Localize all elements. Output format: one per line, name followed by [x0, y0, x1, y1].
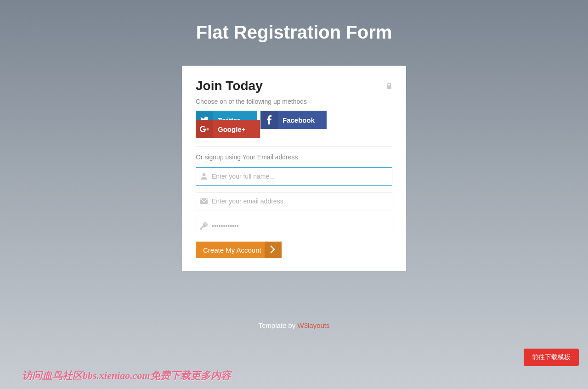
key-icon — [196, 222, 212, 230]
lock-icon — [386, 82, 392, 90]
password-field-wrap — [196, 217, 392, 235]
create-account-button[interactable]: Create My Account — [196, 242, 282, 258]
chevron-right-icon — [270, 245, 275, 255]
email-input[interactable] — [212, 192, 392, 210]
facebook-label: Facebook — [283, 116, 315, 124]
card-heading: Join Today — [196, 79, 263, 93]
footer-prefix: Template by — [258, 321, 297, 329]
submit-label: Create My Account — [203, 246, 261, 254]
email-signup-label: Or signup using Your Email address — [196, 153, 392, 161]
google-label: Google+ — [218, 125, 245, 133]
card-subtitle: Choose on of the following up methods — [196, 98, 392, 105]
social-buttons: Twitter Facebook Google+ — [196, 111, 392, 138]
divider — [196, 147, 392, 147]
facebook-button[interactable]: Facebook — [260, 111, 327, 129]
footer-link[interactable]: W3layouts — [298, 321, 330, 329]
card-header: Join Today — [196, 79, 392, 93]
footer: Template by W3layouts — [0, 321, 588, 329]
name-input[interactable] — [212, 168, 392, 185]
download-template-button[interactable]: 前往下载模板 — [524, 349, 579, 366]
email-field-wrap — [196, 192, 392, 210]
google-plus-icon — [196, 120, 213, 138]
person-icon — [196, 173, 212, 180]
password-input[interactable] — [212, 217, 392, 235]
watermark-text: 访问血鸟社区bbs.xieniao.com免费下载更多内容 — [22, 369, 231, 383]
name-field-wrap — [196, 167, 392, 186]
registration-card: Join Today Choose on of the following up… — [182, 66, 406, 271]
page-title: Flat Registration Form — [0, 0, 588, 43]
envelope-icon — [196, 198, 212, 204]
google-button[interactable]: Google+ — [196, 120, 260, 138]
facebook-icon — [260, 111, 278, 129]
